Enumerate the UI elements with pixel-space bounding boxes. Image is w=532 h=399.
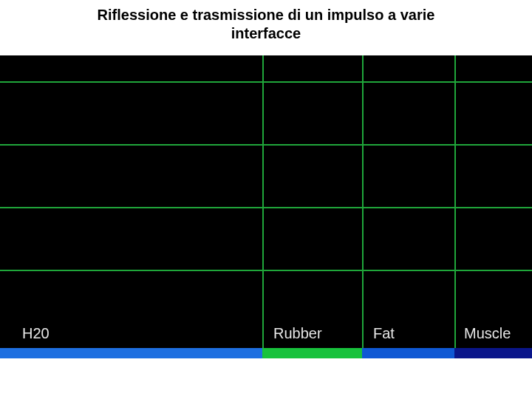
- interface-line: [262, 55, 264, 358]
- region-label-rubber: Rubber: [273, 325, 322, 342]
- bottom-whitespace: [0, 358, 532, 399]
- simulation-panel: H20 Rubber Fat Muscle: [0, 55, 532, 358]
- interface-line: [454, 55, 456, 358]
- medium-bar-h2o: [0, 348, 262, 358]
- gridline-horizontal: [0, 144, 532, 146]
- title-line1: Riflessione e trasmissione di un impulso…: [98, 7, 435, 23]
- title-line2: interfacce: [231, 25, 301, 41]
- region-label-muscle: Muscle: [464, 325, 511, 342]
- region-label-h2o: H20: [22, 325, 50, 342]
- medium-bar-rubber: [262, 348, 362, 358]
- interface-line: [362, 55, 364, 358]
- gridline-horizontal: [0, 81, 532, 83]
- gridline-horizontal: [0, 207, 532, 208]
- gridline-horizontal: [0, 270, 532, 271]
- region-label-fat: Fat: [373, 325, 395, 342]
- page-title: Riflessione e trasmissione di un impulso…: [0, 6, 532, 43]
- medium-bar-muscle: [454, 348, 532, 358]
- medium-bar-fat: [362, 348, 454, 358]
